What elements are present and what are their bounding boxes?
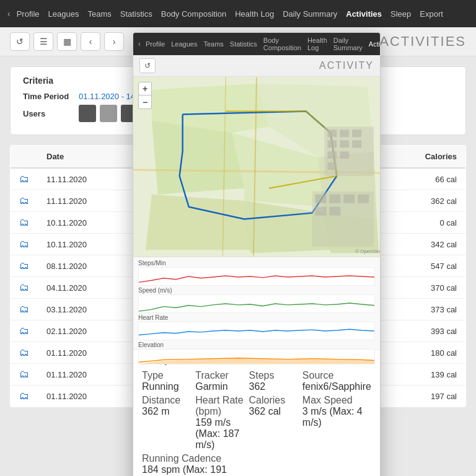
- detail-calories: Calories 362 cal: [249, 395, 298, 451]
- popup-nav-leagues[interactable]: Leagues: [171, 40, 197, 48]
- nav-item-leagues[interactable]: Leagues: [48, 9, 79, 19]
- popup-nav: ‹ Profile Leagues Teams Statistics Body …: [133, 33, 380, 55]
- col-icon: [11, 146, 38, 169]
- elevation-chart: [138, 349, 375, 364]
- next-button[interactable]: ›: [104, 32, 124, 51]
- svg-rect-18: [352, 140, 361, 148]
- detail-running-cadence: Running Cadence 184 spm (Max: 191 spm): [142, 453, 244, 476]
- nav-item-statistics[interactable]: Statistics: [120, 9, 152, 19]
- svg-rect-16: [327, 140, 337, 148]
- steps-chart-section: Steps/Min: [138, 260, 375, 286]
- popup-nav-activities[interactable]: Activities: [369, 40, 381, 48]
- svg-rect-20: [340, 151, 349, 159]
- grid-view-button[interactable]: ▦: [57, 32, 77, 51]
- refresh-button[interactable]: ↺: [10, 32, 30, 51]
- elevation-chart-label: Elevation: [138, 342, 375, 348]
- svg-rect-26: [358, 195, 369, 203]
- back-arrow-icon[interactable]: ‹: [7, 9, 11, 19]
- top-navigation: ‹ Profile Leagues Teams Statistics Body …: [0, 0, 476, 27]
- svg-rect-13: [327, 130, 337, 137]
- row-icon-6[interactable]: 🗂: [11, 299, 38, 320]
- nav-item-health-log[interactable]: Health Log: [235, 9, 274, 19]
- svg-rect-25: [343, 195, 355, 203]
- svg-rect-24: [329, 195, 340, 203]
- row-icon-4[interactable]: 🗂: [11, 255, 38, 277]
- row-icon-7[interactable]: 🗂: [11, 320, 38, 342]
- popup-toolbar: ↺ ACTIVITY: [133, 55, 380, 77]
- detail-type: Type Running: [142, 370, 190, 392]
- nav-item-body-composition[interactable]: Body Composition: [161, 9, 227, 19]
- map-svg: © OpenStreetMap: [133, 77, 380, 257]
- popup-page-title: ACTIVITY: [319, 60, 374, 71]
- row-icon-1[interactable]: 🗂: [11, 190, 38, 212]
- prev-button[interactable]: ‹: [81, 32, 100, 51]
- elevation-chart-section: Elevation: [138, 342, 375, 364]
- popup-nav-body[interactable]: Body Composition: [263, 37, 301, 51]
- page-title: ACTIVITIES: [379, 33, 466, 50]
- svg-rect-27: [315, 207, 327, 216]
- popup-nav-teams[interactable]: Teams: [203, 40, 223, 48]
- row-icon-10[interactable]: 🗂: [11, 386, 38, 407]
- popup-nav-daily[interactable]: Daily Summary: [333, 37, 363, 51]
- svg-rect-14: [340, 130, 349, 137]
- popup-nav-profile[interactable]: Profile: [146, 40, 165, 48]
- nav-item-teams[interactable]: Teams: [87, 9, 111, 19]
- row-icon-9[interactable]: 🗂: [11, 364, 38, 386]
- svg-rect-28: [329, 207, 340, 216]
- detail-heart-rate: Heart Rate (bpm) 159 m/s (Max: 187 m/s): [195, 395, 244, 451]
- nav-item-profile[interactable]: Profile: [17, 9, 40, 19]
- user-avatar-1[interactable]: [79, 105, 96, 122]
- detail-distance: Distance 362 m: [142, 395, 190, 451]
- detail-steps: Steps 362: [249, 370, 298, 392]
- detail-tracker: Tracker Garmin: [195, 370, 244, 392]
- speed-chart-label: Speed (m/s): [138, 287, 375, 294]
- row-icon-3[interactable]: 🗂: [11, 234, 38, 255]
- map-zoom-controls: + −: [138, 82, 152, 109]
- speed-chart-section: Speed (m/s): [138, 287, 375, 313]
- zoom-out-button[interactable]: −: [138, 95, 152, 109]
- svg-text:© OpenStreetMap: © OpenStreetMap: [355, 249, 380, 254]
- nav-item-export[interactable]: Export: [420, 9, 443, 19]
- list-view-button[interactable]: ☰: [33, 32, 53, 51]
- svg-rect-21: [327, 162, 337, 170]
- svg-rect-17: [340, 140, 349, 148]
- heart-rate-chart-label: Heart Rate: [138, 314, 375, 321]
- user-avatar-2[interactable]: [100, 105, 117, 122]
- users-label: Users: [23, 109, 79, 118]
- heart-rate-chart-section: Heart Rate: [138, 314, 375, 340]
- nav-item-activities[interactable]: Activities: [346, 9, 382, 19]
- charts-area: Steps/Min Speed (m/s) Heart Rate: [133, 257, 380, 350]
- svg-rect-23: [315, 195, 327, 203]
- svg-rect-15: [352, 130, 361, 137]
- map-container[interactable]: © OpenStreetMap + −: [133, 77, 380, 257]
- popup-nav-health[interactable]: Health Log: [307, 37, 327, 51]
- time-period-label: Time Period: [23, 92, 79, 101]
- svg-rect-19: [327, 151, 337, 159]
- zoom-in-button[interactable]: +: [138, 82, 152, 95]
- detail-max-speed: Max Speed 3 m/s (Max: 4 m/s): [302, 395, 371, 451]
- details-grid: Type Running Tracker Garmin Steps 362 So…: [142, 370, 371, 476]
- activity-popup[interactable]: ‹ Profile Leagues Teams Statistics Body …: [133, 32, 381, 476]
- row-icon-8[interactable]: 🗂: [11, 342, 38, 364]
- popup-back-icon[interactable]: ‹: [138, 40, 141, 48]
- nav-item-daily-summary[interactable]: Daily Summary: [283, 9, 337, 19]
- row-icon-5[interactable]: 🗂: [11, 277, 38, 299]
- steps-chart: [138, 267, 375, 286]
- steps-chart-label: Steps/Min: [138, 260, 375, 267]
- popup-refresh-button[interactable]: ↺: [139, 58, 156, 73]
- heart-rate-chart: [138, 322, 375, 340]
- map-background: © OpenStreetMap + −: [133, 77, 380, 257]
- row-icon-0[interactable]: 🗂: [11, 168, 38, 190]
- popup-nav-statistics[interactable]: Statistics: [230, 40, 257, 48]
- speed-chart: [138, 294, 375, 313]
- nav-item-sleep[interactable]: Sleep: [390, 9, 411, 19]
- detail-source: Source fenix6/Sapphire: [302, 370, 371, 392]
- activity-details: Activity Details Type Running Tracker Ga…: [133, 350, 380, 476]
- row-icon-2[interactable]: 🗂: [11, 212, 38, 234]
